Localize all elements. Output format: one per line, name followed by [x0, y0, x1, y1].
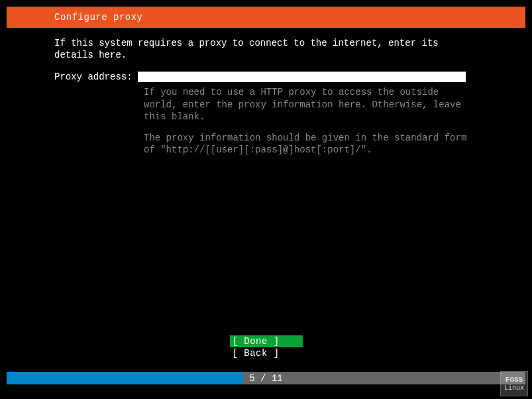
proxy-address-label: Proxy address: — [54, 72, 138, 82]
content-area: If this system requires a proxy to conne… — [7, 28, 525, 156]
back-button[interactable]: [ Back ] — [230, 347, 303, 359]
proxy-hint-2: The proxy information should be given in… — [144, 132, 478, 156]
intro-text: If this system requires a proxy to conne… — [54, 37, 525, 61]
watermark-line2: Linux — [504, 384, 524, 392]
proxy-hint-1: If you need to use a HTTP proxy to acces… — [144, 86, 478, 123]
done-button[interactable]: [ Done ] — [230, 335, 303, 347]
progress-text: 5 / 11 — [7, 373, 525, 384]
proxy-hint-block: If you need to use a HTTP proxy to acces… — [144, 86, 525, 156]
progress-bar: 5 / 11 — [7, 372, 525, 384]
proxy-field-row: Proxy address: — [54, 72, 525, 82]
header-bar: Configure proxy — [7, 7, 525, 28]
page-title: Configure proxy — [54, 12, 143, 23]
proxy-address-input[interactable] — [138, 72, 466, 82]
button-row: [ Done ] [ Back ] — [0, 335, 532, 359]
